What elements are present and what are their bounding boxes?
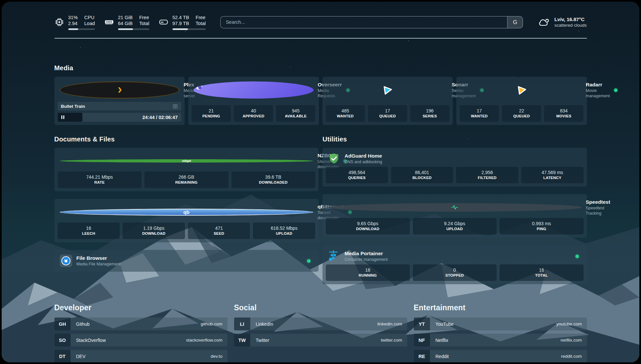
bookmark-abbr: YT	[414, 318, 430, 330]
bookmark-dev[interactable]: DT DEV dev.to	[54, 350, 228, 362]
stat-box: 47.569 msLATENCY	[521, 167, 584, 183]
app-description: Media File Management	[76, 261, 121, 267]
bookmark-abbr: RE	[414, 350, 430, 362]
status-online-dot	[307, 259, 311, 263]
pause-icon	[61, 115, 62, 119]
memory-progress-bar	[118, 28, 149, 30]
app-card-plex[interactable]: Plex Media server Bullet Train	[54, 77, 185, 125]
app-card-speedtest[interactable]: Speedtest Speedtest Tracking 9.65 GbpsDO…	[322, 194, 587, 238]
stat-box: 196SERIES	[410, 105, 449, 122]
stat-box: 744.21 MbpsRATE	[58, 171, 142, 188]
filebrowser-icon	[60, 255, 72, 267]
memory-free-label: Free	[139, 15, 149, 20]
app-card-portainer[interactable]: Media Portainer Container management 16R…	[322, 245, 587, 284]
bookmark-name: Reddit	[430, 354, 449, 359]
section-title-developer: Developer	[54, 303, 228, 312]
bookmark-twitter[interactable]: TW Twitter twitter.com	[234, 334, 407, 347]
app-card-adguard[interactable]: AdGuard Home DNS and adblocking 498,564Q…	[322, 148, 587, 187]
status-online-dot	[614, 88, 618, 92]
bookmark-youtube[interactable]: YT YouTube youtube.com	[414, 318, 587, 330]
speedtest-icon	[328, 203, 582, 212]
bookmark-url: linkedin.com	[377, 321, 407, 326]
weather-condition: scattered clouds	[554, 22, 587, 28]
stat-box: 21PENDING	[192, 105, 231, 122]
cpu-usage-value: 31%	[68, 15, 78, 20]
cpu-icon	[54, 17, 64, 27]
app-description: DNS and adblocking	[345, 159, 382, 165]
stat-box: 0STOPPED	[413, 264, 497, 281]
section-title-documents: Documents & Files	[54, 136, 319, 143]
bookmark-name: Twitter	[250, 338, 269, 343]
bookmark-url: dev.to	[211, 354, 228, 359]
app-description: Movie management	[586, 88, 610, 99]
app-card-overseerr[interactable]: Overseerr Media Requests 21PENDING 40APP…	[188, 77, 319, 125]
stat-box: 498,564QUERIES	[326, 167, 388, 183]
app-name: File Browser	[76, 255, 121, 261]
stat-box: 16LEECH	[58, 223, 120, 239]
cloud-icon	[537, 16, 550, 28]
bookmark-url: twitter.com	[381, 338, 407, 343]
bookmark-name: Github	[71, 321, 90, 327]
bookmark-linkedin[interactable]: LI LinkedIn linkedin.com	[234, 318, 407, 330]
stat-box: 86,401BLOCKED	[391, 167, 453, 183]
overseerr-icon	[194, 81, 314, 99]
section-title-entertainment: Entertainment	[414, 303, 587, 312]
disk-free-label: Free	[196, 15, 206, 20]
disk-progress-bar	[172, 28, 206, 30]
now-playing-row: Bullet Train	[58, 102, 182, 110]
bookmark-abbr: LI	[234, 318, 250, 330]
stat-box: 2,956FILTERED	[456, 167, 518, 183]
bookmark-netflix[interactable]: NF Netflix netflix.com	[414, 334, 587, 347]
app-card-qbittorrent[interactable]: qb qBittorrent Torrent downloader 16LEEC…	[54, 199, 319, 242]
bookmark-abbr: SO	[54, 334, 71, 347]
app-card-filebrowser[interactable]: File Browser Media File Management	[54, 250, 319, 272]
cpu-label: CPU	[84, 15, 95, 20]
bookmark-stackoverflow[interactable]: SO StackOverflow stackoverflow.com	[54, 334, 228, 347]
bookmark-group-developer: Developer GH Github github.com SO StackO…	[54, 303, 228, 362]
portainer-icon	[328, 250, 340, 262]
app-card-radarr[interactable]: Radarr Movie management 17WANTED 22QUEUE…	[456, 77, 587, 125]
search-bar: G	[220, 16, 523, 28]
app-card-nzbget[interactable]: nzbget NZBGet Usenet downloader 744.21 M…	[54, 148, 319, 191]
disk-total-value: 97.9 TB	[172, 20, 189, 26]
bookmark-name: Netflix	[430, 338, 448, 343]
app-name: Radarr	[586, 81, 610, 88]
stat-box: 22QUEUED	[502, 105, 541, 122]
app-name: AdGuard Home	[345, 153, 382, 159]
stat-box: 17WANTED	[460, 105, 499, 122]
stat-box: 945AVAILABLE	[276, 105, 315, 122]
bookmark-name: StackOverflow	[71, 338, 106, 343]
session-screen-icon[interactable]	[172, 104, 178, 109]
bookmark-name: YouTube	[430, 321, 454, 327]
now-playing-title: Bullet Train	[61, 104, 85, 109]
header-divider	[54, 38, 587, 39]
stat-box: 618.52 MbpsUPLOAD	[253, 223, 315, 239]
plex-icon	[60, 81, 180, 99]
bookmark-github[interactable]: GH Github github.com	[54, 318, 228, 330]
media-grid: Plex Media server Bullet Train	[54, 77, 587, 125]
stat-box: 9.65 GbpsDOWNLOAD	[326, 218, 410, 234]
stat-box: 834MOVIES	[544, 105, 583, 122]
search-input[interactable]	[221, 16, 507, 28]
disk-icon	[159, 17, 168, 27]
dashboard: 31% 2.94 CPU Load	[2, 2, 639, 362]
bookmark-reddit[interactable]: RE Reddit reddit.com	[414, 350, 587, 362]
bookmark-group-entertainment: Entertainment YT YouTube youtube.com NF …	[414, 303, 587, 362]
app-name: Speedtest	[586, 199, 610, 205]
bookmark-url: github.com	[200, 321, 227, 326]
app-name: Media Portainer	[345, 250, 388, 257]
bookmark-abbr: DT	[54, 350, 71, 362]
memory-stat-widget: 21 GiB 64 GiB Free Total	[104, 15, 149, 30]
stat-box: 485WANTED	[326, 105, 365, 122]
stat-box: 266 GBREMAINING	[144, 171, 229, 188]
top-bar: 31% 2.94 CPU Load	[54, 2, 587, 33]
disk-stat-widget: 52.4 TB 97.9 TB Free Total	[159, 15, 206, 30]
stat-box: 16RUNNING	[326, 264, 410, 281]
cpu-load-label: Load	[84, 20, 95, 26]
pause-button[interactable]	[58, 113, 82, 122]
stat-box: 9.24 GbpsUPLOAD	[413, 218, 497, 234]
app-card-sonarr[interactable]: Sonarr Series management 485WANTED 17QUE…	[322, 77, 453, 125]
bookmark-url: reddit.com	[561, 354, 587, 359]
search-engine-button[interactable]: G	[507, 16, 523, 28]
cpu-stat-widget: 31% 2.94 CPU Load	[54, 15, 95, 30]
